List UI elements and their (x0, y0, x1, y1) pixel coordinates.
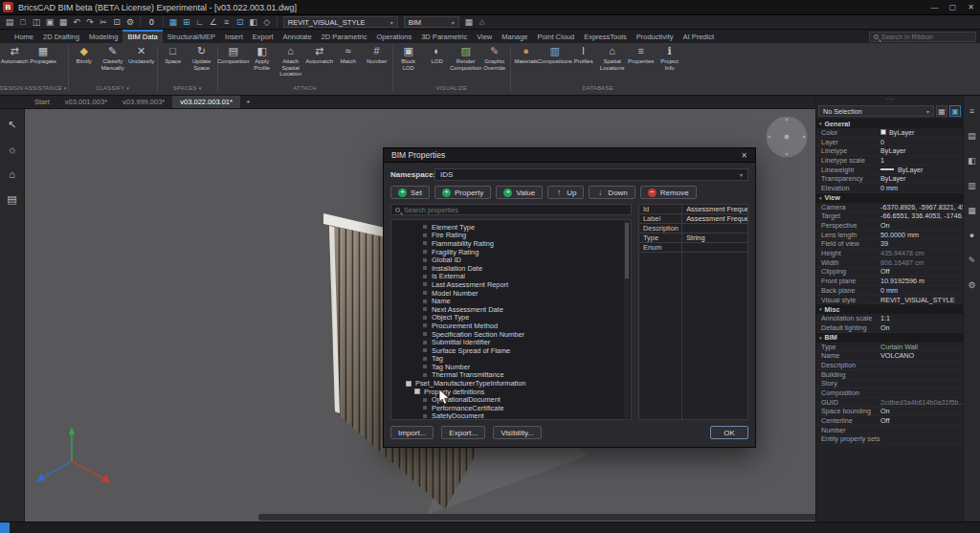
structure-icon[interactable]: ▤ (5, 191, 20, 207)
ribbon-tab-3d-parametric[interactable]: 3D Parametric (416, 30, 472, 43)
property-value-centerline[interactable]: Off (880, 416, 963, 425)
property-value-linetype-scale[interactable]: 1 (880, 156, 963, 165)
ribbon-button-compositions[interactable]: ▥Compositions (541, 45, 569, 85)
grid-toggle-icon[interactable]: ⊞ (180, 16, 193, 29)
property-value-layer[interactable]: 0 (880, 138, 963, 146)
polar-toggle-icon[interactable]: ∠ (207, 16, 220, 29)
section-misc[interactable]: ▾Misc (816, 304, 963, 314)
save-file-icon[interactable]: ▣ (43, 16, 56, 29)
property-value-visual-style[interactable]: REVIT_VISUAL_STYLE (880, 296, 963, 304)
ribbon-group-label[interactable]: SPACES ▾ (159, 85, 216, 95)
property-value-elevation[interactable]: 0 mm (880, 184, 963, 192)
viewport-scrollbar[interactable] (258, 514, 815, 521)
tree-item[interactable]: Thermal Transmittance (391, 371, 623, 380)
ribbon-button-render-composition[interactable]: ▨Render Composition (452, 45, 480, 85)
minimize-button[interactable]: — (925, 0, 944, 15)
tree-item[interactable]: Last Assessment Report (391, 280, 623, 289)
document-tab-v03-001-003[interactable]: v03.001.003* (57, 96, 115, 108)
property-value-guid[interactable]: 2cdbed3a4b614b0a31f5b... (880, 398, 963, 407)
tree-item[interactable]: Installation Date (391, 264, 623, 273)
property-value-camera[interactable]: -6370.8926, -5967.8321, 45... (880, 203, 963, 211)
scrollbar-thumb[interactable] (625, 223, 629, 278)
tilt-toggle-icon[interactable]: ◇ (260, 16, 274, 29)
dialog-search[interactable] (390, 204, 632, 215)
ribbon-button-profiles[interactable]: IProfiles (569, 45, 598, 85)
ok-button[interactable]: OK (710, 426, 748, 439)
tree-item[interactable]: Pset_ManufacturerTypeInformation (391, 379, 623, 388)
property-value-name[interactable]: VOLCANO (880, 351, 963, 360)
namespace-select[interactable]: IDS ▾ (434, 168, 748, 181)
import-button[interactable]: Import... (390, 426, 434, 439)
value-button[interactable]: +Value (496, 186, 543, 199)
ribbon-button-block-lod[interactable]: ▣Block LOD (394, 45, 423, 85)
layers-panel-icon[interactable]: ▥ (966, 180, 978, 192)
property-value-transparency[interactable]: ByLayer (880, 174, 963, 183)
new-tab-button[interactable]: + (240, 96, 256, 108)
property-value-default-lighting[interactable]: On (880, 323, 963, 332)
ribbon-tab-expresstools[interactable]: ExpressTools (579, 30, 632, 43)
materials-panel-icon[interactable]: ● (966, 230, 978, 242)
app-menu-icon[interactable]: ▤ (3, 16, 16, 29)
new-file-icon[interactable]: □ (16, 16, 30, 29)
scrollbar[interactable] (624, 221, 630, 418)
property-value-field-of-view[interactable]: 39 (880, 239, 963, 248)
document-tab-start[interactable]: Start (27, 96, 57, 108)
tree-item[interactable]: Specification Section Number (391, 330, 623, 339)
tips-icon[interactable]: ☼ (5, 142, 20, 157)
tree-item[interactable]: Fragility Rating (391, 248, 623, 256)
checkbox-icon[interactable] (414, 389, 420, 394)
document-tab-v03-022-003-01[interactable]: v03.022.003.01* (172, 96, 240, 108)
ribbon-button-automatch[interactable]: ⇄Automatch (305, 45, 334, 85)
property-value-lens-length[interactable]: 50.0000 mm (880, 231, 963, 239)
composition-panel-icon[interactable]: ◧ (966, 155, 978, 167)
ribbon-button-materials[interactable]: ●Materials (512, 45, 541, 85)
section-general[interactable]: ▾General (816, 119, 963, 128)
open-file-icon[interactable]: ◫ (30, 16, 43, 29)
ribbon-tab-modeling[interactable]: Modeling (84, 30, 122, 43)
annotation-panel-icon[interactable]: ✎ (966, 255, 978, 267)
ribbon-tab-point-cloud[interactable]: Point Cloud (532, 30, 579, 43)
ribbon-tab-insert[interactable]: Insert (220, 30, 248, 43)
undo-icon[interactable]: ↶ (70, 16, 83, 29)
properties-panel-icon[interactable]: ▤ (966, 130, 978, 143)
property-value-clipping[interactable]: Off (880, 267, 963, 276)
home-view-icon[interactable]: ⌂ (5, 167, 20, 182)
panels-menu-icon[interactable]: ≡ (966, 105, 978, 118)
property-value-color[interactable]: ByLayer (880, 128, 963, 137)
quick-select-icon[interactable]: ▦ (936, 105, 947, 117)
visual-style-select[interactable]: REVIT_VISUAL_STYLE ▾ (283, 16, 398, 28)
ortho-toggle-icon[interactable]: ∟ (193, 16, 207, 29)
detail-value[interactable]: Assessment Frequency (682, 214, 747, 223)
panel-handle[interactable]: ⋯ (816, 96, 963, 104)
ribbon-button-space[interactable]: □Space (159, 45, 188, 85)
ribbon-group-label[interactable]: VISUALIZE (394, 85, 509, 95)
ribbon-tab-bim-data[interactable]: BIM Data (122, 30, 162, 43)
ribbon-tab-2d-drafting[interactable]: 2D Drafting (38, 30, 84, 43)
property-button[interactable]: +Property (434, 186, 491, 199)
tree-item[interactable]: Surface Spread of Flame (391, 346, 623, 355)
tree-item[interactable]: Tag Number (391, 363, 623, 371)
property-value-width[interactable]: 806.16487 cm (880, 258, 963, 267)
ribbon-tab-annotate[interactable]: Annotate (278, 30, 317, 43)
export-button[interactable]: Export... (441, 426, 485, 439)
ribbon-tab-operations[interactable]: Operations (372, 30, 417, 43)
units-toggle-icon[interactable]: ◧ (247, 16, 260, 29)
dialog-search-input[interactable] (404, 206, 627, 214)
ribbon-group-label[interactable]: ATTACH (219, 85, 391, 95)
ribbon-tab-manage[interactable]: Manage (497, 30, 532, 43)
property-value-front-plane[interactable]: 10.9192596 m (880, 277, 963, 285)
ribbon-search-input[interactable] (881, 33, 971, 40)
ribbon-button-update-space[interactable]: ↻Update Space (188, 45, 216, 85)
dialog-title-bar[interactable]: BIM Properties ✕ (384, 148, 755, 163)
ribbon-button-number[interactable]: #Number (363, 45, 391, 85)
ribbon-group-label[interactable]: CLASSIFY ▾ (70, 85, 156, 95)
ribbon-tab-home[interactable]: Home (10, 30, 38, 43)
ribbon-tab-export[interactable]: Export (248, 30, 278, 43)
ribbon-tab-productivity[interactable]: Productivity (632, 30, 679, 43)
detail-value[interactable]: String (682, 233, 747, 242)
current-layer[interactable]: 0 (144, 17, 160, 27)
tree-item[interactable]: PerformanceCertificate (391, 404, 623, 412)
detail-value[interactable] (682, 243, 747, 252)
ribbon-button-spatial-locations[interactable]: ⌂Spatial Locations (598, 45, 627, 85)
tree-item[interactable]: Next Assessment Date (391, 305, 623, 314)
